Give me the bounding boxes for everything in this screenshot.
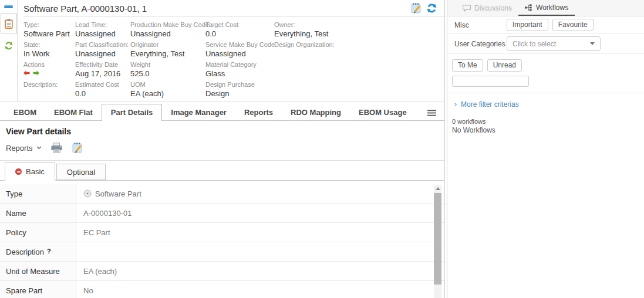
vertical-scrollbar[interactable] xyxy=(434,185,441,298)
tab-part-details[interactable]: Part Details xyxy=(102,104,163,121)
collapse-handle-icon[interactable] xyxy=(4,5,13,8)
tab-discussions[interactable]: Discussions xyxy=(456,0,518,16)
workflow-count: 0 workflows xyxy=(452,117,644,126)
print-icon[interactable] xyxy=(50,143,63,153)
main-region: Software Part, A-0000130-01, 1 xyxy=(0,0,444,298)
favourite-button[interactable]: Favourite xyxy=(552,19,594,31)
header-field: Lead Time: Unassigned xyxy=(75,21,130,41)
select-caret-icon xyxy=(590,42,595,45)
table-row: Description ? xyxy=(0,242,444,262)
side-panel-tabs: Discussions Workflows xyxy=(447,0,644,16)
to-me-filter-button[interactable]: To Me xyxy=(452,59,483,72)
clipboard-tool-button[interactable] xyxy=(1,13,17,33)
section-title: View Part details xyxy=(0,121,444,140)
user-categories-label: User Categories xyxy=(454,40,507,48)
tab-image-manager[interactable]: Image Manager xyxy=(162,105,235,120)
header-field: Material Category Glass xyxy=(205,61,274,81)
header-field: Description: xyxy=(23,81,75,101)
unread-filter-button[interactable]: Unread xyxy=(487,59,522,72)
tab-reports[interactable]: Reports xyxy=(235,105,282,120)
tab-ebom-flat[interactable]: EBOM Flat xyxy=(45,105,102,120)
tab-ebom-usage[interactable]: EBOM Usage xyxy=(350,105,416,120)
header-field: Type: Software Part xyxy=(23,21,75,41)
tab-rdo-mapping[interactable]: RDO Mapping xyxy=(282,105,350,120)
header-field: Effectivity Date Aug 17, 2016 xyxy=(75,61,130,81)
side-rail xyxy=(0,0,18,101)
tab-optional[interactable]: Optional xyxy=(56,164,106,180)
user-categories-row: User Categories Click to select xyxy=(447,34,644,54)
clipboard-icon xyxy=(5,19,13,29)
filter-input[interactable] xyxy=(452,76,529,87)
header-field: UOM EA (each) xyxy=(130,81,205,101)
table-row: Name A-0000130-01 xyxy=(0,204,444,223)
scroll-up-icon[interactable] xyxy=(434,185,441,192)
title-actions xyxy=(410,2,444,14)
workflows-icon xyxy=(525,4,532,11)
header-field: Target Cost 0.0 xyxy=(205,21,274,41)
reports-dropdown[interactable]: Reports xyxy=(6,144,42,153)
scrollbar-thumb[interactable] xyxy=(434,193,441,285)
part-header-card: Software Part, A-0000130-01, 1 xyxy=(0,0,444,101)
required-marker-icon xyxy=(15,168,22,175)
workflow-results: 0 workflows No Workflows xyxy=(447,109,644,135)
misc-row: Misc Important Favourite xyxy=(447,16,644,34)
form-tab-bar: Basic Optional xyxy=(0,161,444,181)
user-categories-select[interactable]: Click to select xyxy=(507,36,601,51)
header-field: Design Purchase Design xyxy=(205,81,274,101)
edit-icon[interactable] xyxy=(72,142,83,154)
part-details-table: Type Software Part Name A-0000130-01 Pol… xyxy=(0,184,444,298)
app-window: Software Part, A-0000130-01, 1 xyxy=(0,0,644,298)
header-field: Estimated Cost 0.0 xyxy=(75,81,130,101)
title-row: Software Part, A-0000130-01, 1 xyxy=(23,0,444,17)
chevron-right-icon: › xyxy=(454,100,457,109)
header-field: Service Make Buy Code Unassigned xyxy=(205,41,274,61)
tab-ebom[interactable]: EBOM xyxy=(5,105,45,120)
table-row: Spare Part No xyxy=(0,281,444,298)
table-row: Unit of Measure EA (each) xyxy=(0,262,444,281)
header-field: Originator Everything, Test xyxy=(130,41,205,61)
misc-label: Misc xyxy=(454,21,507,29)
workflows-panel: Discussions Workflows Misc Important Fav… xyxy=(447,0,644,298)
part-header-main: Software Part, A-0000130-01, 1 xyxy=(18,0,444,101)
sync-icon[interactable] xyxy=(426,3,437,13)
discussions-icon xyxy=(463,5,471,12)
header-field: Owner: Everything, Test xyxy=(274,21,444,41)
page-tab-bar: EBOM EBOM Flat Part Details Image Manage… xyxy=(0,101,444,121)
more-filter-criterias-link[interactable]: › More filter criterias xyxy=(447,93,644,109)
table-row: Policy EC Part xyxy=(0,223,444,242)
header-field: Part Classification: Unassigned xyxy=(75,41,130,61)
edit-icon[interactable] xyxy=(410,2,422,14)
table-row: Type Software Part xyxy=(0,184,444,204)
header-field-actions: Actions xyxy=(23,61,75,81)
empty-message: No Workflows xyxy=(452,126,644,135)
tab-workflows[interactable]: Workflows xyxy=(518,0,575,16)
header-field: Production Make Buy Code Unassigned xyxy=(130,21,205,41)
workflow-filters: To Me Unread xyxy=(447,54,644,93)
help-marker: ? xyxy=(47,248,51,255)
menu-icon[interactable] xyxy=(424,105,440,120)
important-button[interactable]: Important xyxy=(507,19,548,31)
part-attributes-grid: Type: Software Part Lead Time: Unassigne… xyxy=(23,17,444,101)
next-action-icon[interactable] xyxy=(33,70,39,76)
header-field: Design Organization: xyxy=(274,41,444,61)
previous-action-icon[interactable] xyxy=(23,70,30,76)
refresh-icon[interactable] xyxy=(4,41,14,50)
chevron-down-icon xyxy=(36,146,42,150)
software-part-type-icon xyxy=(83,189,92,198)
tab-basic[interactable]: Basic xyxy=(5,162,55,181)
header-field: State: In Work xyxy=(23,41,75,61)
page-title: Software Part, A-0000130-01, 1 xyxy=(23,4,147,13)
header-field: Weight 525.0 xyxy=(130,61,205,81)
section-toolbar: Reports xyxy=(0,140,444,161)
